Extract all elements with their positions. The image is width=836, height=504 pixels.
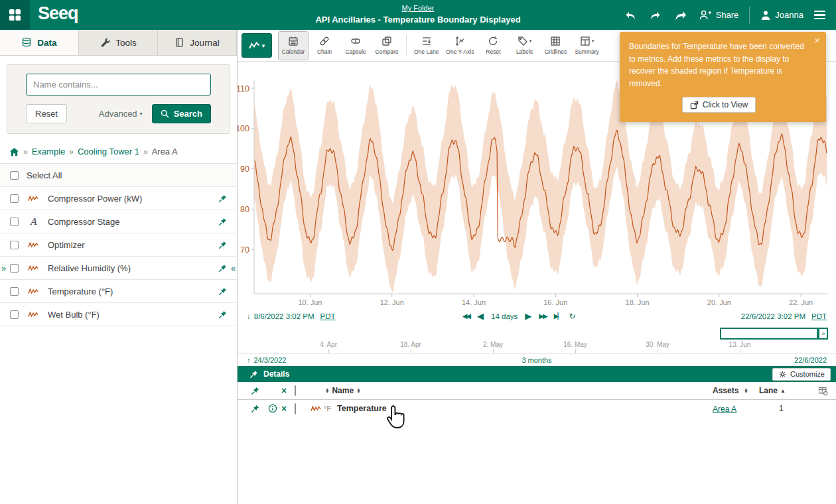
advanced-dropdown[interactable]: Advanced ▾ — [99, 109, 143, 119]
home-icon[interactable] — [9, 147, 19, 157]
column-name[interactable]: Name — [332, 386, 354, 395]
toolbar-button-reset[interactable]: Reset — [478, 31, 508, 60]
skip-back-icon[interactable]: ◀◀ — [462, 312, 470, 320]
pin-icon[interactable] — [249, 370, 258, 379]
toolbar-button-chain[interactable]: Chain — [309, 31, 340, 60]
row-checkbox[interactable] — [295, 403, 296, 414]
svg-text:100: 100 — [238, 124, 249, 133]
range-end[interactable]: 22/6/2022 3:02 PM PDT — [741, 312, 827, 320]
sort-asc-icon[interactable]: ▲ — [780, 388, 786, 394]
header-checkbox[interactable] — [295, 385, 296, 396]
timezone-link[interactable]: PDT — [811, 312, 827, 320]
hamburger-menu-button[interactable] — [810, 8, 829, 22]
pin-icon[interactable] — [218, 218, 227, 226]
item-checkbox[interactable] — [10, 310, 19, 319]
expand-panel-chevron[interactable]: » — [1, 264, 6, 273]
range-duration[interactable]: 14 days — [491, 312, 518, 320]
toolbar-label: Summary — [575, 48, 598, 55]
item-checkbox[interactable] — [10, 241, 19, 249]
toolbar-button-one-y-axis[interactable]: One Y-Axis — [443, 31, 477, 60]
breadcrumb-cooling-tower[interactable]: Cooling Tower 1 — [78, 147, 139, 157]
display-type-dropdown[interactable]: ▾ — [242, 33, 272, 58]
list-item[interactable]: A Compressor Stage — [0, 210, 237, 233]
toolbar-label: Reset — [486, 48, 500, 55]
refresh-icon[interactable]: ↻ — [569, 312, 575, 321]
search-input[interactable] — [26, 74, 211, 95]
my-folder-link[interactable]: My Folder — [402, 4, 435, 12]
range-end-value[interactable]: 22/6/2022 3:02 PM — [741, 312, 805, 320]
timeline-range-handle[interactable]: » — [818, 328, 828, 340]
timeline-range-selector[interactable]: » — [720, 328, 818, 340]
timezone-link[interactable]: PDT — [320, 312, 336, 320]
select-all-checkbox[interactable] — [10, 171, 19, 180]
toolbar-button-labels[interactable]: ▾ Labels — [509, 31, 539, 60]
range-start[interactable]: ↓ 8/6/2022 3:02 PM PDT — [247, 312, 336, 320]
toolbar-button-one-lane[interactable]: One Lane — [411, 31, 442, 60]
reset-button[interactable]: Reset — [26, 104, 67, 123]
investigate-timeline[interactable]: 4. Apr 18. Apr 2. May 16. May 30. May 13… — [238, 324, 836, 353]
list-item[interactable]: Wet Bulb (°F) — [0, 303, 237, 326]
forward-button[interactable] — [669, 7, 692, 24]
table-settings-icon[interactable] — [818, 386, 828, 396]
step-forward-icon[interactable]: ▶ — [525, 311, 531, 321]
info-icon[interactable] — [268, 404, 277, 413]
undo-button[interactable] — [620, 7, 642, 24]
search-button[interactable]: Search — [152, 104, 211, 123]
item-checkbox[interactable] — [10, 287, 19, 296]
range-start-value[interactable]: 8/6/2022 3:02 PM — [254, 312, 314, 320]
column-assets[interactable]: Assets — [713, 386, 738, 395]
asset-link[interactable]: Area A — [713, 405, 736, 414]
seeq-logo[interactable]: Seeq — [30, 3, 89, 27]
timeline-start[interactable]: 24/3/2022 — [254, 356, 287, 364]
svg-text:90: 90 — [240, 164, 249, 174]
list-item[interactable]: Compressor Power (kW) — [0, 187, 237, 210]
item-checkbox[interactable] — [10, 218, 19, 226]
user-menu-button[interactable]: Joanna — [756, 7, 807, 23]
collapse-sidebar-chevron[interactable]: « — [231, 264, 236, 273]
sort-icon[interactable]: ▲▼ — [744, 388, 748, 393]
item-checkbox[interactable] — [10, 194, 19, 203]
toolbar-button-compare[interactable]: Compare — [372, 31, 402, 60]
item-checkbox[interactable] — [10, 264, 19, 273]
share-button[interactable]: Share — [695, 7, 743, 23]
customize-button[interactable]: Customize — [772, 368, 831, 381]
sort-icon[interactable]: ▲▼ — [325, 388, 329, 393]
redo-icon — [648, 9, 662, 21]
jump-to-end-icon[interactable]: ▶▏ — [554, 312, 561, 320]
breadcrumb-example[interactable]: Example — [32, 147, 66, 157]
pin-icon[interactable] — [218, 194, 227, 203]
breadcrumb-separator — [23, 147, 28, 157]
row-name[interactable]: Temperature — [337, 404, 387, 413]
details-title: Details — [263, 369, 289, 379]
skip-forward-icon[interactable]: ▶▶ — [539, 312, 546, 320]
reset-icon — [488, 36, 498, 46]
redo-button[interactable] — [644, 7, 666, 24]
timeline-end[interactable]: 22/6/2022 — [794, 356, 827, 364]
remove-all-icon[interactable]: × — [281, 385, 287, 396]
toolbar-button-capsule[interactable]: Capsule — [340, 31, 371, 60]
pin-icon[interactable] — [251, 387, 259, 395]
close-icon[interactable]: × — [814, 35, 820, 45]
column-lane[interactable]: Lane — [759, 386, 778, 395]
pin-icon[interactable] — [251, 405, 259, 413]
pin-icon[interactable] — [218, 287, 227, 296]
tab-tools[interactable]: Tools — [79, 30, 158, 55]
sort-icon[interactable]: ▲▼ — [356, 388, 360, 393]
pin-icon[interactable] — [218, 264, 227, 273]
toolbar-button-calendar[interactable]: Calendar — [278, 31, 309, 60]
tab-journal[interactable]: Journal — [158, 30, 237, 55]
timeline-duration[interactable]: 3 months — [522, 356, 551, 364]
apps-grid-icon[interactable] — [0, 0, 30, 30]
list-item[interactable]: Optimizer — [0, 233, 237, 257]
list-item[interactable]: Temperature (°F) — [0, 280, 237, 303]
toolbar-button-gridlines[interactable]: Gridlines — [540, 31, 571, 60]
click-to-view-button[interactable]: Click to View — [682, 97, 756, 113]
remove-item-icon[interactable]: × — [281, 403, 287, 414]
tab-data[interactable]: Data — [0, 30, 79, 55]
list-item[interactable]: Relative Humidity (%) — [0, 257, 237, 280]
toolbar-button-summary[interactable]: ▾ Summary — [571, 31, 602, 60]
pin-icon[interactable] — [218, 241, 227, 249]
step-back-icon[interactable]: ◀ — [477, 311, 484, 321]
details-table-row[interactable]: × °F Temperature Area A 1 — [238, 400, 836, 417]
pin-icon[interactable] — [218, 310, 227, 319]
